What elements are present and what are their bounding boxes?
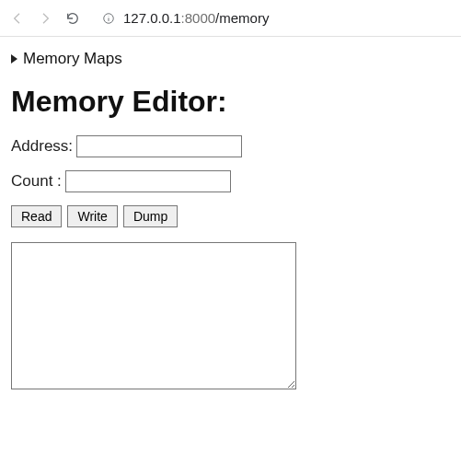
- back-icon[interactable]: [9, 10, 26, 27]
- url-bar[interactable]: 127.0.0.1:8000/memory: [92, 6, 452, 29]
- browser-toolbar: 127.0.0.1:8000/memory: [0, 0, 461, 37]
- info-icon[interactable]: [101, 11, 116, 26]
- reload-icon[interactable]: [64, 10, 81, 27]
- disclosure-triangle-icon: [11, 54, 17, 64]
- svg-point-2: [109, 16, 109, 17]
- address-label: Address:: [11, 137, 73, 156]
- address-row: Address:: [11, 135, 450, 157]
- count-label: Count :: [11, 172, 62, 191]
- count-row: Count :: [11, 170, 450, 192]
- output-textarea[interactable]: [11, 242, 296, 389]
- memory-maps-label: Memory Maps: [23, 50, 122, 68]
- forward-icon[interactable]: [37, 10, 53, 27]
- dump-button[interactable]: Dump: [123, 205, 178, 227]
- page-title: Memory Editor:: [11, 85, 450, 119]
- page-content: Memory Maps Memory Editor: Address: Coun…: [0, 37, 461, 401]
- button-row: Read Write Dump: [11, 205, 450, 227]
- url-text: 127.0.0.1:8000/memory: [123, 10, 269, 26]
- read-button[interactable]: Read: [11, 205, 62, 227]
- memory-maps-summary[interactable]: Memory Maps: [11, 50, 450, 68]
- address-input[interactable]: [76, 135, 242, 157]
- write-button[interactable]: Write: [67, 205, 117, 227]
- memory-maps-details[interactable]: Memory Maps: [11, 50, 450, 68]
- count-input[interactable]: [65, 170, 231, 192]
